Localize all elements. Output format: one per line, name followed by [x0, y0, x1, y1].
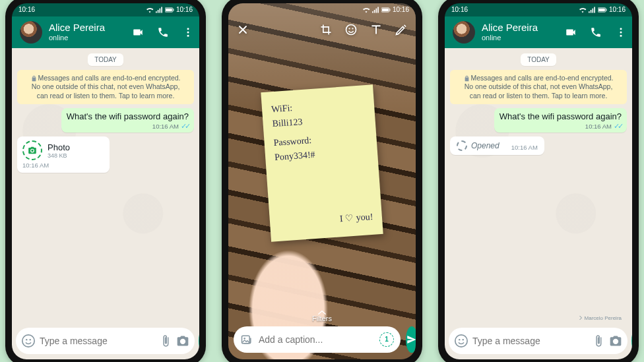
- chat-header[interactable]: Alice Pereira online: [12, 16, 199, 48]
- svg-point-3: [187, 28, 189, 30]
- svg-point-12: [346, 24, 356, 34]
- svg-point-8: [30, 338, 31, 340]
- status-time-right: 10:16: [393, 6, 409, 13]
- phone-middle: WiFi: Billi123 Password: Pony334!# I ♡ y…: [222, 0, 422, 362]
- contact-block[interactable]: Alice Pereira online: [482, 22, 538, 42]
- filters-hint[interactable]: Filters: [234, 309, 410, 322]
- message-time: 10:16 AM: [152, 123, 179, 130]
- sticker-icon[interactable]: [344, 23, 358, 36]
- opened-time: 10:16 AM: [511, 144, 538, 151]
- svg-point-7: [26, 338, 27, 340]
- photo-label: Photo: [48, 142, 70, 152]
- add-photo-icon[interactable]: [240, 333, 253, 346]
- emoji-icon[interactable]: [21, 334, 36, 348]
- close-icon[interactable]: [236, 23, 249, 36]
- draw-icon[interactable]: [395, 23, 408, 36]
- message-input[interactable]: [472, 336, 588, 346]
- message-text: What's the wifi password again?: [499, 111, 622, 121]
- chevron-right-icon: [579, 315, 583, 320]
- svg-rect-10: [382, 8, 389, 11]
- opened-icon: [457, 140, 467, 151]
- svg-point-21: [620, 31, 622, 33]
- outgoing-message[interactable]: What's the wifi password again? 10:16 AM…: [61, 108, 194, 133]
- send-button[interactable]: [406, 326, 416, 353]
- attach-icon[interactable]: [159, 334, 172, 347]
- svg-point-6: [22, 334, 34, 346]
- phone-left: 10:16 10:16 Alice Pereira online TODAY: [5, 0, 206, 362]
- note-line: I ♡ you!: [278, 210, 373, 231]
- video-call-icon[interactable]: [565, 26, 577, 38]
- voice-call-icon[interactable]: [590, 26, 602, 38]
- photo-time: 10:16 AM: [22, 162, 104, 169]
- more-icon[interactable]: [615, 26, 627, 38]
- message-time: 10:16 AM: [585, 123, 612, 130]
- caption-pill[interactable]: 1: [234, 326, 401, 353]
- view-once-toggle[interactable]: 1: [379, 332, 394, 347]
- status-time-right: 10:16: [176, 6, 193, 13]
- photo-credit: Marcelo Pereira: [579, 315, 622, 321]
- editor-bottom: Filters 1: [228, 305, 416, 359]
- wifi-icon: [362, 7, 370, 13]
- editor-toolbar: [228, 16, 416, 40]
- contact-status: online: [49, 34, 105, 42]
- lock-icon: [464, 75, 470, 82]
- avatar[interactable]: [20, 21, 42, 44]
- encryption-banner[interactable]: Messages and calls are end-to-end encryp…: [450, 70, 627, 105]
- status-bar: 10:16 10:16: [445, 3, 632, 16]
- day-chip: TODAY: [521, 53, 556, 66]
- filters-label: Filters: [312, 315, 332, 322]
- composer-row: [12, 324, 199, 359]
- contact-block[interactable]: Alice Pereira online: [49, 22, 105, 42]
- message-text: What's the wifi password again?: [67, 111, 189, 121]
- read-receipt-icon: ✓✓: [614, 122, 622, 131]
- status-bar: 10:16: [228, 3, 416, 16]
- video-call-icon[interactable]: [132, 26, 144, 38]
- crop-icon[interactable]: [319, 23, 333, 36]
- svg-point-22: [620, 34, 622, 36]
- encryption-banner[interactable]: Messages and calls are end-to-end encryp…: [17, 70, 194, 105]
- signal-icon: [372, 7, 379, 13]
- composer-pill[interactable]: [16, 328, 195, 354]
- mic-button[interactable]: [199, 328, 199, 354]
- signal-icon: [589, 7, 596, 13]
- phone-right: 10:16 10:16 Alice Pereira online TODAY: [438, 0, 639, 362]
- chat-header[interactable]: Alice Pereira online: [445, 16, 632, 48]
- svg-point-20: [620, 28, 622, 30]
- svg-point-5: [187, 34, 189, 36]
- chat-body: TODAY Messages and calls are end-to-end …: [12, 48, 199, 324]
- text-icon[interactable]: [370, 23, 383, 36]
- outgoing-message[interactable]: What's the wifi password again? 10:16 AM…: [494, 108, 627, 133]
- message-input[interactable]: [40, 336, 155, 346]
- opened-label: Opened: [471, 141, 499, 150]
- status-time: 10:16: [18, 6, 146, 13]
- attach-icon[interactable]: [592, 334, 605, 347]
- svg-point-13: [348, 28, 350, 29]
- view-once-photo-bubble[interactable]: Photo 348 KB 10:16 AM: [17, 136, 110, 173]
- svg-point-24: [459, 338, 460, 340]
- svg-rect-2: [173, 9, 174, 11]
- contact-name: Alice Pereira: [482, 22, 538, 34]
- svg-point-14: [352, 28, 353, 29]
- svg-rect-19: [606, 9, 606, 11]
- battery-icon: [598, 7, 607, 13]
- more-icon[interactable]: [182, 26, 194, 38]
- camera-icon[interactable]: [609, 334, 622, 347]
- composer-row: [445, 324, 632, 359]
- voice-call-icon[interactable]: [157, 26, 169, 38]
- emoji-icon[interactable]: [454, 334, 468, 348]
- chat-body: TODAY Messages and calls are end-to-end …: [445, 48, 632, 324]
- contact-name: Alice Pereira: [49, 22, 105, 34]
- svg-point-16: [243, 338, 245, 339]
- contact-status: online: [482, 34, 538, 42]
- caption-input[interactable]: [259, 334, 374, 345]
- wifi-icon: [146, 7, 154, 13]
- status-time-right: 10:16: [609, 6, 626, 13]
- camera-icon[interactable]: [176, 334, 189, 347]
- view-once-opened-bubble[interactable]: Opened 10:16 AM: [450, 136, 544, 155]
- mic-button[interactable]: [631, 328, 632, 354]
- avatar[interactable]: [453, 21, 475, 44]
- battery-icon: [165, 7, 174, 13]
- read-receipt-icon: ✓✓: [181, 122, 189, 131]
- composer-pill[interactable]: [449, 328, 628, 354]
- encryption-text: Messages and calls are end-to-end encryp…: [465, 74, 614, 100]
